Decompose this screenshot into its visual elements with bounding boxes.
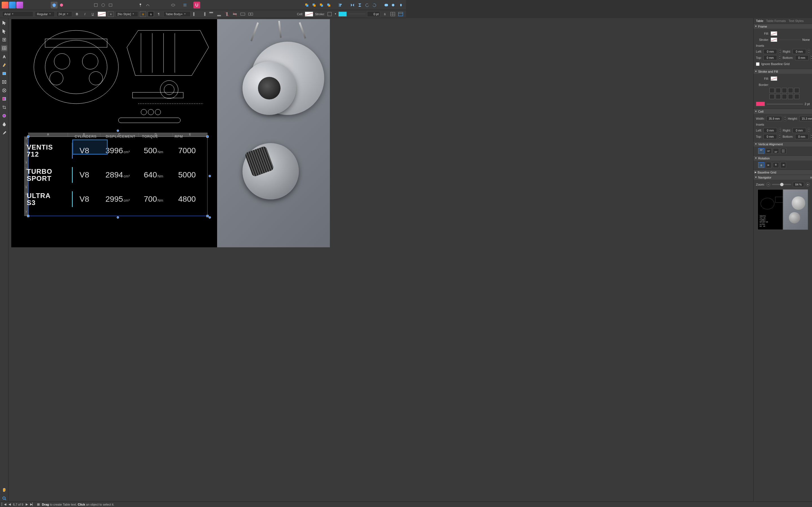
pen-tool[interactable] xyxy=(1,62,7,68)
svg-rect-53 xyxy=(3,72,6,75)
svg-point-5 xyxy=(140,3,141,5)
paragraph-style-dropdown[interactable]: [No Style]▼ xyxy=(116,11,138,17)
table-format-panel-icon[interactable] xyxy=(398,11,404,17)
font-style-dropdown[interactable]: Regular▼ xyxy=(35,11,55,17)
bold-button[interactable]: B xyxy=(74,11,80,17)
align-left-icon[interactable] xyxy=(337,2,344,8)
arrange-back-icon[interactable] xyxy=(325,2,332,8)
insert-col-left-icon[interactable] xyxy=(192,11,199,17)
vector-brush-tool[interactable] xyxy=(1,113,7,119)
svg-point-29 xyxy=(400,4,402,6)
view-mode-normal-icon[interactable] xyxy=(51,2,57,8)
flip-v-icon[interactable] xyxy=(356,2,363,8)
list-style-icon[interactable]: a xyxy=(148,11,154,17)
persona-designer-icon[interactable] xyxy=(2,2,8,8)
stroke-color-swatch[interactable] xyxy=(338,11,347,17)
text-color-swatch[interactable] xyxy=(98,11,106,17)
insert-row-above-icon[interactable] xyxy=(208,11,214,17)
svg-point-3 xyxy=(102,3,105,6)
svg-point-67 xyxy=(82,54,98,69)
svg-point-80 xyxy=(148,109,154,115)
split-cells-icon[interactable] xyxy=(248,11,254,17)
stroke-weight-input[interactable] xyxy=(367,11,380,17)
fill-tool[interactable] xyxy=(1,96,7,102)
table-tool[interactable] xyxy=(1,45,7,51)
bool-subtract-icon[interactable] xyxy=(390,2,397,8)
rotate-cw-icon[interactable] xyxy=(371,2,378,8)
insert-col-right-icon[interactable] xyxy=(200,11,206,17)
table-row[interactable]: ULTRAS3 V8 2995cm³ 700Nm 4800 xyxy=(27,187,207,211)
doc-view-1-icon[interactable] xyxy=(93,2,99,8)
canvas[interactable]: A B C D E 1 2 3 4 5 6 7 CYLINDERS DISPL xyxy=(8,18,406,253)
bool-intersect-icon[interactable] xyxy=(398,2,404,8)
table-para-icon[interactable]: ¶ xyxy=(156,11,162,17)
place-image-tool[interactable] xyxy=(1,87,7,94)
italic-button[interactable]: I xyxy=(82,11,88,17)
picture-frame-tool[interactable] xyxy=(1,79,7,85)
view-mode-preview-icon[interactable] xyxy=(58,2,65,8)
svg-point-66 xyxy=(54,54,70,69)
svg-point-64 xyxy=(34,31,118,104)
crop-tool[interactable] xyxy=(1,104,7,110)
persona-publisher-icon[interactable] xyxy=(16,2,23,8)
table-row[interactable]: TURBOSPORT V8 2894cm³ 640Nm 5000 xyxy=(27,163,207,187)
delete-row-icon[interactable] xyxy=(232,11,238,17)
cell-fill-swatch[interactable] xyxy=(305,11,313,17)
curve-icon[interactable] xyxy=(144,2,151,8)
table-panel-icon[interactable] xyxy=(390,11,396,17)
svg-marker-25 xyxy=(358,5,361,6)
pin-icon[interactable] xyxy=(137,2,144,8)
preflight-icon[interactable] xyxy=(170,2,176,8)
svg-point-79 xyxy=(141,109,147,115)
font-size-dropdown[interactable]: 24 pt▼ xyxy=(56,11,72,17)
doc-view-3-icon[interactable] xyxy=(107,2,114,8)
char-style-icon[interactable]: a xyxy=(108,11,114,17)
artistic-text-tool[interactable]: A xyxy=(1,54,7,60)
table-style-dropdown[interactable]: Table Body+▼ xyxy=(163,11,191,17)
font-family-dropdown[interactable]: Arial▼ xyxy=(2,11,33,17)
transparency-tool[interactable] xyxy=(1,121,7,127)
snapping-icon[interactable] xyxy=(193,2,200,8)
color-picker-tool[interactable] xyxy=(1,129,7,136)
typography-panel-icon[interactable]: fi xyxy=(382,11,388,17)
persona-photo-icon[interactable] xyxy=(9,2,16,8)
svg-point-7 xyxy=(171,4,175,6)
merge-cells-icon[interactable] xyxy=(240,11,246,17)
svg-rect-14 xyxy=(313,4,315,6)
table-row[interactable]: VENTIS712 V8 3996cm³ 500Nm 7000 xyxy=(27,138,207,163)
app-title-toolbar xyxy=(0,0,406,10)
svg-rect-33 xyxy=(217,15,221,16)
svg-rect-12 xyxy=(306,4,308,6)
baseline-icon[interactable] xyxy=(182,2,188,8)
svg-text:A: A xyxy=(3,55,5,59)
delete-col-icon[interactable] xyxy=(224,11,230,17)
svg-rect-40 xyxy=(251,13,253,15)
svg-rect-4 xyxy=(109,4,112,6)
svg-marker-22 xyxy=(351,3,352,6)
selected-cell[interactable] xyxy=(72,139,108,155)
char-style-a-icon[interactable]: a xyxy=(140,11,146,17)
svg-rect-77 xyxy=(133,93,183,98)
arrange-front-icon[interactable] xyxy=(303,2,310,8)
node-tool[interactable] xyxy=(1,28,7,34)
text-frame-tool[interactable]: T xyxy=(1,37,7,43)
svg-rect-39 xyxy=(248,13,250,15)
insert-row-below-icon[interactable] xyxy=(216,11,222,17)
arrange-forward-icon[interactable] xyxy=(311,2,317,8)
arrange-backward-icon[interactable] xyxy=(318,2,325,8)
spec-table[interactable]: CYLINDERS DISPLACEMENT TORQUE RPM VENTIS… xyxy=(27,135,207,211)
svg-point-75 xyxy=(160,80,178,99)
svg-point-68 xyxy=(50,71,63,85)
bool-add-icon[interactable] xyxy=(383,2,390,8)
left-page: A B C D E 1 2 3 4 5 6 7 CYLINDERS DISPL xyxy=(11,19,217,247)
svg-text:T: T xyxy=(3,39,5,41)
rotate-ccw-icon[interactable] xyxy=(364,2,370,8)
svg-point-76 xyxy=(164,84,174,95)
flip-h-icon[interactable] xyxy=(349,2,356,8)
underline-button[interactable]: U xyxy=(90,11,96,17)
move-tool[interactable] xyxy=(1,20,7,26)
svg-marker-0 xyxy=(52,3,56,7)
rectangle-tool[interactable] xyxy=(1,70,7,76)
stroke-border-picker[interactable] xyxy=(326,11,333,17)
doc-view-2-icon[interactable] xyxy=(100,2,107,8)
